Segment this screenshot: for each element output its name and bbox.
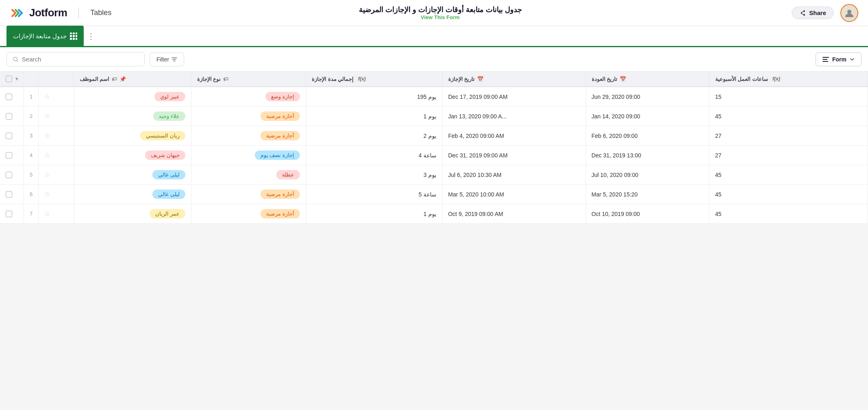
- leave-date-cell: Dec 17, 2019 09:00 AM: [442, 87, 586, 107]
- leave-type-tag: أجازة مرضية: [260, 111, 300, 121]
- star-icon[interactable]: ☆: [44, 113, 50, 120]
- employee-tag: عمر الريان: [150, 209, 185, 218]
- leave-type-tag: عطلة: [276, 170, 300, 179]
- leave-type-cell: أجازة مرضية: [191, 126, 306, 146]
- share-button[interactable]: Share: [792, 7, 834, 19]
- col-weekly-hours-label: ساعات العمل الأسبوعية: [715, 76, 768, 82]
- table-row: 7 ☆ عمر الريان أجازة مرضية يوم 1 Oct 9, …: [0, 204, 868, 224]
- avatar-icon: [844, 7, 855, 19]
- avatar[interactable]: [840, 4, 858, 22]
- duration-cell: يوم 1: [306, 204, 442, 224]
- leave-type-tag: إجازة نصف يوم: [255, 150, 300, 160]
- table-row: 3 ☆ ريان السنتيسي أجازة مرضية يوم 2 Feb …: [0, 126, 868, 146]
- row-checkbox[interactable]: [6, 211, 12, 217]
- table-header: ▾ 📌 🏷 اسم الموظف 🏷 نوع الإجازة: [0, 72, 868, 87]
- leave-type-tag: أجازة مرضية: [260, 209, 300, 218]
- leave-date-cell: Feb 4, 2020 09:00 AM: [442, 126, 586, 146]
- list-icon: [822, 57, 829, 62]
- row-checkbox[interactable]: [6, 113, 12, 120]
- row-checkbox[interactable]: [6, 191, 12, 198]
- col-checkbox: ▾: [0, 72, 24, 87]
- search-input[interactable]: [22, 56, 139, 63]
- leave-type-tag: إجازة وضع: [265, 92, 300, 101]
- row-checkbox[interactable]: [6, 94, 12, 100]
- leave-date-cell: Mar 5, 2020 10:00 AM: [442, 185, 586, 204]
- toolbar-right: Form: [816, 52, 861, 66]
- row-star-cell: ☆: [39, 204, 74, 224]
- cal-icon-2: 📅: [620, 76, 626, 82]
- leave-type-tag: أجازة مرضية: [260, 131, 300, 140]
- tab-more-icon[interactable]: ⋮: [84, 31, 98, 41]
- leave-type-cell: عطلة: [191, 165, 306, 185]
- star-icon[interactable]: ☆: [44, 191, 50, 198]
- row-star-cell: ☆: [39, 146, 74, 165]
- employee-tag: جيهان شريف: [145, 150, 185, 160]
- col-row-num: [24, 72, 39, 87]
- row-number: 3: [24, 126, 39, 146]
- logo-area: Jotform Tables: [10, 6, 111, 20]
- view-form-link[interactable]: View This Form: [111, 14, 769, 20]
- col-employee: 📌 🏷 اسم الموظف: [74, 72, 191, 87]
- leave-type-cell: إجازة نصف يوم: [191, 146, 306, 165]
- employee-tag: ليلى غالي: [152, 170, 185, 179]
- star-icon[interactable]: ☆: [44, 171, 50, 178]
- toolbar: Filter Form: [0, 47, 868, 72]
- select-all-checkbox[interactable]: [6, 76, 12, 82]
- duration-cell: ساعة 4: [306, 146, 442, 165]
- leave-type-cell: أجازة مرضية: [191, 185, 306, 204]
- search-box[interactable]: [7, 52, 145, 66]
- table-row: 4 ☆ جيهان شريف إجازة نصف يوم ساعة 4 Dec …: [0, 146, 868, 165]
- weekly-hours-cell: 45: [709, 165, 868, 185]
- col-leave-type-label: نوع الإجازة: [197, 76, 221, 82]
- form-button[interactable]: Form: [816, 52, 861, 66]
- leave-type-cell: إجازة وضع: [191, 87, 306, 107]
- employee-cell: جيهان شريف: [74, 146, 191, 165]
- page-title: جدول بيانات متابعة أوقات الإجازات و الإج…: [111, 5, 769, 14]
- employee-tag: عبير لوي: [154, 92, 185, 101]
- share-icon: [799, 10, 806, 16]
- filter-button[interactable]: Filter: [150, 52, 184, 66]
- employee-cell: عمر الريان: [74, 204, 191, 224]
- col-star: [39, 72, 74, 87]
- table-row: 2 ☆ علاء وجيه أجازة مرضية يوم 1 Jan 13, …: [0, 107, 868, 126]
- row-number: 4: [24, 146, 39, 165]
- star-icon[interactable]: ☆: [44, 210, 50, 217]
- row-checkbox[interactable]: [6, 172, 12, 178]
- row-star-cell: ☆: [39, 165, 74, 185]
- row-number: 2: [24, 107, 39, 126]
- row-checkbox-cell: [0, 87, 24, 107]
- leave-date-cell: Oct 9, 2019 09:00 AM: [442, 204, 586, 224]
- row-checkbox-cell: [0, 204, 24, 224]
- chevron-down-icon: [850, 57, 855, 62]
- col-chevron-icon[interactable]: ▾: [15, 76, 18, 82]
- col-employee-label: اسم الموظف: [80, 76, 110, 82]
- tab-main[interactable]: جدول متابعة الإجازات: [7, 26, 84, 47]
- filter-icon: [171, 57, 177, 62]
- leave-type-tag: أجازة مرضية: [260, 190, 300, 199]
- return-date-cell: Jan 14, 2020 09:00: [586, 107, 709, 126]
- weekly-hours-cell: 15: [709, 87, 868, 107]
- header: Jotform Tables جدول بيانات متابعة أوقات …: [0, 0, 868, 26]
- star-icon[interactable]: ☆: [44, 132, 50, 139]
- row-checkbox[interactable]: [6, 133, 12, 139]
- duration-cell: يوم 2: [306, 126, 442, 146]
- duration-cell: يوم 195: [306, 87, 442, 107]
- jotform-logo-icon: [10, 6, 24, 20]
- col-return-date-label: تاريخ العودة: [592, 76, 618, 82]
- tables-label: Tables: [90, 9, 111, 17]
- star-icon[interactable]: ☆: [44, 152, 50, 159]
- col-return-date: 📅 تاريخ العودة: [586, 72, 709, 87]
- tag-icon-2: 🏷: [223, 76, 228, 82]
- row-checkbox-cell: [0, 146, 24, 165]
- tab-label: جدول متابعة الإجازات: [13, 33, 67, 40]
- leave-date-cell: Jan 13, 2020 09:00 A...: [442, 107, 586, 126]
- row-number: 5: [24, 165, 39, 185]
- star-icon[interactable]: ☆: [44, 93, 50, 100]
- leave-type-cell: أجازة مرضية: [191, 204, 306, 224]
- return-date-cell: Oct 10, 2019 09:00: [586, 204, 709, 224]
- weekly-hours-cell: 45: [709, 107, 868, 126]
- search-icon: [13, 56, 19, 63]
- cal-icon-1: 📅: [477, 76, 484, 82]
- row-checkbox[interactable]: [6, 152, 12, 159]
- employee-cell: علاء وجيه: [74, 107, 191, 126]
